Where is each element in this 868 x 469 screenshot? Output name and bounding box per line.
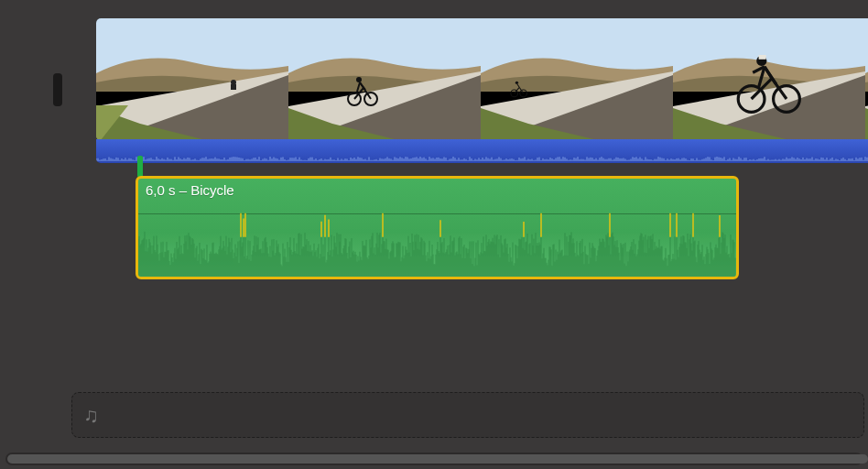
- clip-thumbnail: [673, 18, 865, 140]
- audio-clip-label: 6,0 s – Bicycle: [146, 182, 234, 198]
- svg-rect-6: [231, 84, 236, 90]
- video-audio-waveform: [96, 150, 868, 161]
- timeline-panel: 6,0 s – Bicycle ♫: [0, 0, 868, 469]
- audio-waveform: [138, 206, 736, 277]
- svg-rect-28: [759, 55, 766, 60]
- svg-point-13: [356, 77, 362, 82]
- scrollbar-thumb[interactable]: [7, 454, 868, 464]
- video-clip[interactable]: [96, 18, 868, 140]
- audio-clip-header: 6,0 s – Bicycle: [138, 179, 736, 204]
- horizontal-scrollbar[interactable]: [5, 453, 863, 465]
- clip-thumbnail: [288, 18, 481, 140]
- music-well[interactable]: ♫: [71, 392, 864, 438]
- playhead[interactable]: [137, 156, 143, 178]
- audio-clip[interactable]: 6,0 s – Bicycle: [136, 176, 739, 279]
- timeline-start-handle[interactable]: [53, 73, 62, 106]
- svg-point-20: [515, 82, 518, 84]
- video-clip-audio-band[interactable]: [96, 139, 868, 163]
- clip-thumbnail: [481, 18, 673, 140]
- music-note-icon: ♫: [83, 404, 99, 428]
- clip-thumbnail: [96, 18, 288, 140]
